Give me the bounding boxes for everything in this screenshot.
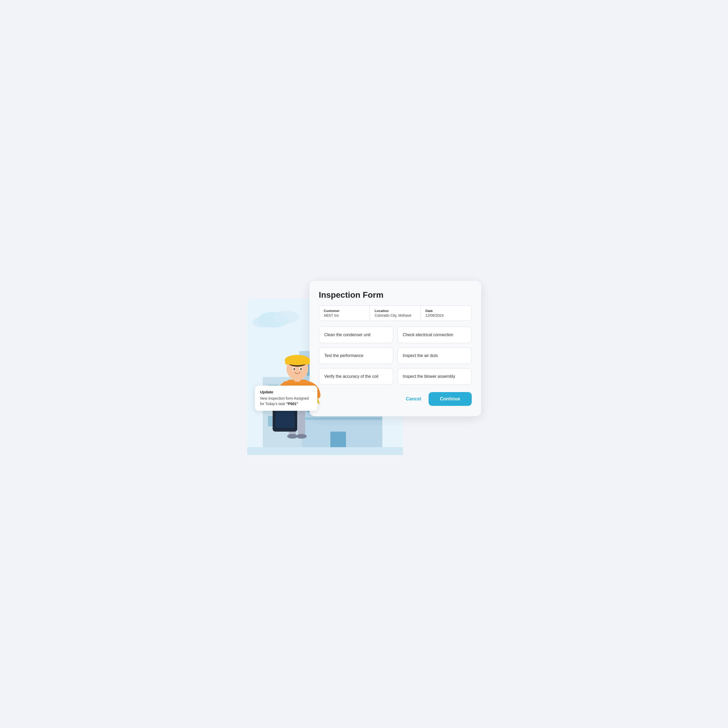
form-info-row: Customer ABST Inc Location Colorado City…: [319, 305, 472, 321]
notification-bubble: Update New inspection form Assigned for …: [255, 386, 317, 411]
date-label: Date: [425, 309, 467, 313]
task-item-task3[interactable]: Test the performance: [319, 347, 393, 364]
customer-cell: Customer ABST Inc: [319, 306, 370, 320]
svg-rect-27: [247, 447, 403, 455]
inspection-form-card: Inspection Form Customer ABST Inc Locati…: [309, 281, 481, 416]
tasks-grid: Clean the condenser unitCheck electrical…: [319, 326, 472, 385]
scene: Update New inspection form Assigned for …: [247, 273, 481, 455]
svg-marker-49: [318, 402, 320, 405]
svg-point-2: [273, 311, 299, 324]
worker-illustration: [268, 330, 325, 439]
customer-value: ABST Inc: [324, 313, 365, 317]
svg-point-30: [287, 434, 298, 438]
svg-point-43: [300, 368, 302, 370]
cancel-button[interactable]: Cancel: [406, 394, 421, 404]
notification-text: New inspection form Assigned for Today's…: [260, 396, 312, 407]
task-item-task4[interactable]: Inspect the air duts: [398, 347, 472, 364]
location-label: Location: [375, 309, 416, 313]
svg-point-42: [294, 368, 295, 370]
task-item-task5[interactable]: Verify the accuracy of the coil: [319, 368, 393, 385]
svg-rect-39: [285, 359, 310, 365]
form-title: Inspection Form: [319, 290, 472, 300]
continue-button[interactable]: Continue: [428, 392, 472, 406]
task-item-task6[interactable]: Inspect the blower assembly: [398, 368, 472, 385]
notification-text-part1: New inspection form Assigned for Today's…: [260, 396, 309, 406]
notification-task-id: "P001": [286, 402, 298, 406]
svg-point-3: [252, 317, 273, 328]
task-item-task1[interactable]: Clean the condenser unit: [319, 326, 393, 343]
svg-point-31: [296, 434, 307, 438]
actions-row: Cancel Continue: [319, 392, 472, 406]
notification-title: Update: [260, 390, 312, 394]
date-cell: Date 12/08/2024: [421, 306, 471, 320]
svg-rect-17: [330, 432, 346, 450]
svg-rect-29: [298, 408, 305, 437]
location-value: Colorado City, Mohave: [375, 313, 416, 317]
location-cell: Location Colorado City, Mohave: [370, 306, 421, 320]
customer-label: Customer: [324, 309, 365, 313]
date-value: 12/08/2024: [425, 313, 467, 317]
task-item-task2[interactable]: Check electrical connection: [398, 326, 472, 343]
